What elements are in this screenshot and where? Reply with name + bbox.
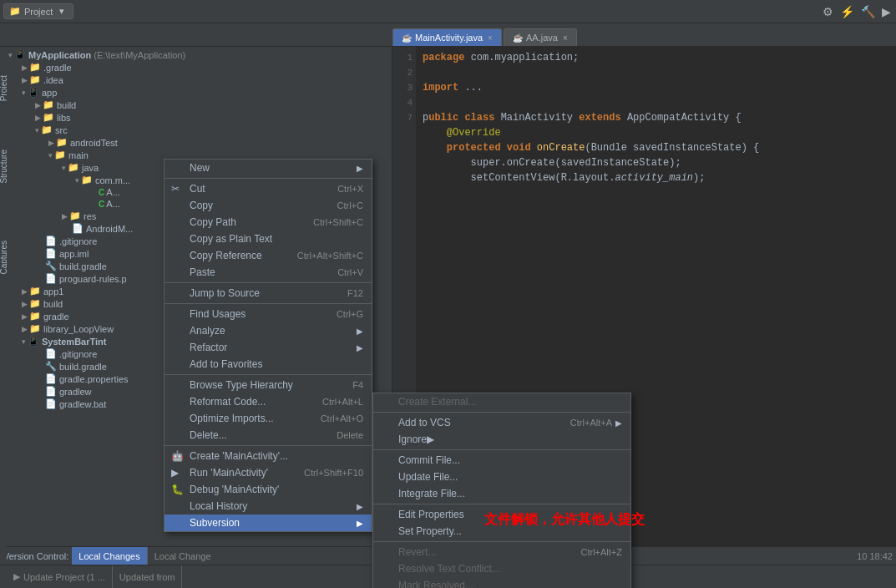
menu-addtofavorites[interactable]: Add to Favorites (165, 356, 372, 373)
tab-aa[interactable]: ☕ AA.java × (504, 28, 577, 46)
localhistory-arrow: ▶ (357, 502, 363, 511)
menu-copyref-label: Copy Reference (190, 250, 262, 261)
tab-mainactivity[interactable]: ☕ MainActivity.java × (392, 28, 502, 46)
updatedfrom-label: Updated from (119, 572, 175, 582)
menu-debugmainactivity[interactable]: 🐛 Debug 'MainActivity' (165, 481, 372, 498)
code-line-8: super.onCreate(savedInstanceState); (423, 155, 889, 170)
submenu-editproperties[interactable]: Edit Properties (373, 506, 630, 523)
tree-libs[interactable]: ▶ 📁 libs (7, 111, 392, 124)
root-arrow: ▾ (8, 51, 13, 59)
buildgradle-icon: 🔧 (45, 261, 57, 271)
gradlew-icon: 📄 (45, 386, 57, 397)
tab-mainactivity-close[interactable]: × (488, 33, 493, 43)
gradlefolder-label: gradle (43, 312, 69, 322)
menu-createmainactivity[interactable]: 🤖 Create 'MainActivity'... (165, 448, 372, 464)
java-arrow: ▾ (62, 164, 66, 172)
menu-runmainactivity[interactable]: ▶ Run 'MainActivity' Ctrl+Shift+F10 (165, 464, 372, 481)
vc-tab-localchange[interactable]: Local Change (148, 547, 218, 565)
app-arrow: ▾ (22, 89, 26, 97)
gradle-label: .gradle (43, 63, 72, 73)
run-icon[interactable]: ▶ (880, 3, 893, 20)
vc-tab-localchanges[interactable]: Local Changes (72, 547, 147, 565)
addtovcs-label: Add to VCS (398, 417, 451, 428)
tree-build[interactable]: ▶ 📁 build (7, 99, 392, 111)
loopview-arrow: ▶ (22, 325, 28, 333)
submenu-updatefile[interactable]: Update File... (373, 469, 630, 485)
gradlewbat-label: gradlew.bat (59, 399, 106, 409)
status-updatedfrom[interactable]: Updated from (113, 565, 183, 588)
manifest-label: AndroidM... (86, 224, 133, 234)
gradleprops-label: gradle.properties (59, 374, 129, 384)
tree-root[interactable]: ▾ 📱 MyApplication (E:\text\MyApplication… (7, 48, 392, 61)
submenu-integratefile[interactable]: Integrate File... (373, 485, 630, 502)
menu-copyref[interactable]: Copy Reference Ctrl+Alt+Shift+C (165, 247, 372, 264)
build-icon[interactable]: 🔨 (859, 3, 877, 20)
gitignore-sbt-icon: 📄 (45, 348, 57, 359)
tab-aa-close[interactable]: × (563, 33, 568, 43)
menu-subversion-label: Subversion (190, 517, 240, 529)
menu-refactor[interactable]: Refactor ▶ (165, 339, 372, 356)
menu-subversion[interactable]: Subversion ▶ (165, 514, 372, 531)
side-label-project[interactable]: Project (0, 72, 7, 104)
menu-paste[interactable]: Paste Ctrl+V (165, 264, 372, 281)
side-label-captures[interactable]: Captures (0, 237, 7, 278)
menu-analyze[interactable]: Analyze ▶ (165, 322, 372, 339)
idea-icon: 📁 (29, 74, 41, 85)
menu-localhistory[interactable]: Local History ▶ (165, 498, 372, 514)
lightning-icon[interactable]: ⚡ (838, 3, 856, 20)
menu-paste-label: Paste (190, 266, 215, 278)
tree-idea[interactable]: ▶ 📁 .idea (7, 74, 392, 86)
menu-new[interactable]: New ▶ (165, 160, 372, 176)
submenu-addtovcs[interactable]: Add to VCS Ctrl+Alt+A ▶ (373, 414, 630, 431)
iml-label: app.iml (59, 249, 89, 259)
build-icon: 📁 (43, 99, 54, 110)
menu-findusages-label: Find Usages (190, 308, 246, 320)
new-submenu-arrow: ▶ (357, 164, 363, 173)
menu-copypath[interactable]: Copy Path Ctrl+Shift+C (165, 214, 372, 231)
menu-optimizeimports[interactable]: Optimize Imports... Ctrl+Alt+O (165, 410, 372, 427)
menu-delete[interactable]: Delete... Delete (165, 427, 372, 444)
separator-5 (165, 445, 372, 446)
sub-sep-2 (373, 449, 630, 450)
side-vertical-labels: Project Structure Captures (0, 47, 7, 565)
menu-findusages[interactable]: Find Usages Ctrl+G (165, 306, 372, 322)
revert-shortcut: Ctrl+Alt+Z (580, 547, 622, 557)
app1-label: app1 (43, 286, 63, 297)
refactor-arrow: ▶ (357, 343, 363, 352)
copypath-shortcut: Ctrl+Shift+C (313, 217, 363, 227)
menu-reformatcode[interactable]: Reformat Code... Ctrl+Alt+L (165, 393, 372, 410)
menu-createmainactivity-label: Create 'MainActivity'... (190, 450, 288, 462)
tree-gradle-hidden[interactable]: ▶ 📁 .gradle (7, 61, 392, 74)
revert-label: Revert... (398, 546, 436, 558)
submenu-ignore[interactable]: Ignore ▶ (373, 431, 630, 448)
submenu-setproperty[interactable]: Set Property... (373, 523, 630, 540)
sub-sep-1 (373, 412, 630, 413)
menu-browsetypehierarchy-label: Browse Type Hierarchy (190, 379, 293, 391)
create-icon: 🤖 (171, 450, 184, 462)
status-updateproject[interactable]: ▶ Update Project (1 ... (7, 565, 113, 588)
gitignore-sbt-label: .gitignore (59, 349, 97, 359)
menu-cut[interactable]: ✂ Cut Ctrl+X (165, 180, 372, 197)
tree-src[interactable]: ▾ 📁 src (7, 124, 392, 136)
src-icon: 📁 (41, 124, 53, 135)
src-arrow: ▾ (35, 126, 39, 134)
settings-icon[interactable]: ⚙ (821, 3, 835, 20)
gradleprops-icon: 📄 (45, 373, 57, 384)
menu-copyplaintext[interactable]: Copy as Plain Text (165, 231, 372, 247)
menu-delete-label: Delete... (190, 429, 227, 441)
project-dropdown[interactable]: 📁 Project ▾ (3, 3, 73, 19)
menu-copyplaintext-label: Copy as Plain Text (190, 233, 272, 245)
c-badge-1: C (99, 188, 104, 197)
tree-androidtest[interactable]: ▶ 📁 androidTest (7, 136, 392, 149)
menu-copy[interactable]: Copy Ctrl+C (165, 197, 372, 214)
submenu-commitfile[interactable]: Commit File... (373, 452, 630, 469)
iml-icon: 📄 (45, 248, 57, 259)
updateproject-icon: ▶ (13, 571, 20, 582)
menu-copy-label: Copy (190, 200, 213, 211)
menu-browsetypehierarchy[interactable]: Browse Type Hierarchy F4 (165, 377, 372, 393)
tree-app[interactable]: ▾ 📱 app (7, 86, 392, 99)
run-shortcut: Ctrl+Shift+F10 (304, 468, 363, 478)
menu-jumptosource[interactable]: Jump to Source F12 (165, 285, 372, 302)
code-line-5: public class MainActivity extends AppCom… (423, 110, 889, 125)
side-label-structure[interactable]: Structure (0, 146, 7, 187)
